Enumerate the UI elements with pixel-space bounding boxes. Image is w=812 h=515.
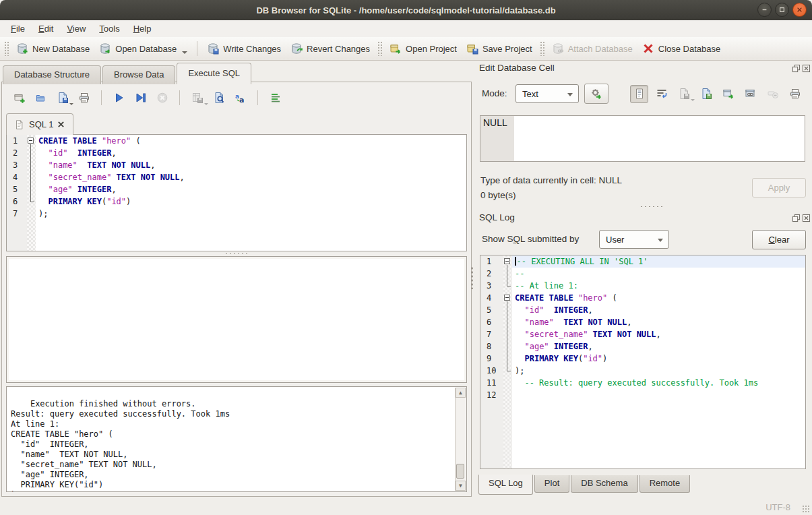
sql-tab-label: SQL 1 bbox=[29, 119, 53, 129]
toolbar-separator bbox=[197, 41, 197, 56]
open-sql-file-button[interactable] bbox=[32, 89, 50, 107]
close-tab-icon[interactable] bbox=[57, 121, 65, 128]
format-sql-button[interactable] bbox=[266, 89, 284, 107]
new-sql-tab-button[interactable] bbox=[10, 89, 28, 107]
panel-splitter-handle[interactable] bbox=[471, 266, 473, 289]
export-results-button[interactable] bbox=[188, 89, 206, 107]
code-text: "secret_name" TEXT NOT NULL, bbox=[512, 328, 805, 340]
text-mode-button[interactable] bbox=[630, 85, 648, 103]
auto-apply-button[interactable] bbox=[584, 84, 608, 104]
tab-sql-log[interactable]: SQL Log bbox=[478, 475, 533, 495]
dropdown-caret-icon[interactable] bbox=[69, 103, 73, 105]
attach-database-button[interactable]: Attach Database bbox=[547, 40, 637, 57]
printer-icon bbox=[789, 88, 801, 100]
code-text: ); bbox=[512, 365, 805, 377]
autocomplete-button[interactable]: aa bbox=[231, 89, 249, 107]
code-text: "id" INTEGER, bbox=[36, 147, 466, 159]
scroll-up-icon[interactable]: ▲ bbox=[456, 388, 466, 398]
save-sql-file-button[interactable] bbox=[53, 89, 71, 107]
show-sql-label: Show SQL submitted by bbox=[482, 234, 579, 244]
code-line: 4 "secret_name" TEXT NOT NULL, bbox=[7, 171, 466, 183]
save-project-button[interactable]: Save Project bbox=[462, 40, 537, 57]
maximize-button[interactable] bbox=[775, 3, 789, 17]
set-null-button[interactable] bbox=[763, 85, 782, 103]
fold-marker bbox=[503, 365, 512, 377]
line-number: 10 bbox=[480, 365, 503, 377]
tab-browse-data[interactable]: Browse Data bbox=[102, 65, 175, 84]
title-bar[interactable]: DB Browser for SQLite - /home/user/code/… bbox=[0, 0, 812, 20]
cell-type-text: Type of data currently in cell: NULL bbox=[480, 175, 622, 185]
toolbar-drag-handle[interactable] bbox=[540, 41, 544, 56]
new-database-button[interactable]: New Database bbox=[11, 40, 94, 57]
dock-splitter-handle[interactable] bbox=[639, 206, 664, 208]
resize-grip-icon[interactable] bbox=[802, 505, 810, 513]
fold-marker bbox=[503, 304, 512, 316]
gear-apply-icon bbox=[590, 88, 602, 100]
dropdown-caret-icon[interactable] bbox=[182, 51, 187, 54]
menu-help[interactable]: Help bbox=[127, 22, 158, 36]
text-caret bbox=[515, 257, 516, 266]
toolbar-drag-handle[interactable] bbox=[377, 41, 382, 56]
fold-marker bbox=[503, 328, 512, 340]
code-text: PRIMARY KEY("id") bbox=[512, 353, 805, 365]
export-cell-button[interactable] bbox=[719, 85, 737, 103]
sql-editor[interactable]: 1CREATE TABLE "hero" (2 "id" INTEGER,3 "… bbox=[6, 134, 467, 251]
splitter-handle[interactable] bbox=[224, 253, 249, 255]
stop-button[interactable] bbox=[153, 89, 171, 107]
edit-cell-title: Edit Database Cell bbox=[479, 63, 555, 73]
line-number: 8 bbox=[480, 340, 503, 353]
fold-marker[interactable] bbox=[27, 135, 36, 147]
cell-value-editor[interactable]: NULL bbox=[480, 115, 805, 162]
message-scrollbar[interactable]: ▲ ▼ bbox=[455, 388, 466, 491]
fold-marker bbox=[503, 316, 512, 328]
toolbar-drag-handle[interactable] bbox=[4, 41, 9, 56]
menu-edit[interactable]: Edit bbox=[32, 22, 60, 36]
fold-marker[interactable] bbox=[503, 292, 512, 304]
word-wrap-button[interactable] bbox=[652, 85, 670, 103]
dropdown-caret-icon[interactable] bbox=[691, 99, 695, 101]
line-number: 9 bbox=[480, 353, 503, 365]
log-filter-select[interactable]: User bbox=[599, 230, 669, 249]
dropdown-caret-icon[interactable] bbox=[204, 103, 208, 105]
save-cell-button[interactable] bbox=[675, 85, 693, 103]
open-project-button[interactable]: Open Project bbox=[385, 40, 462, 57]
close-button[interactable] bbox=[792, 3, 807, 17]
menu-view[interactable]: View bbox=[60, 22, 92, 36]
print-sql-button[interactable] bbox=[75, 89, 93, 107]
encoding-indicator[interactable]: UTF-8 bbox=[766, 502, 790, 512]
close-dock-icon[interactable] bbox=[802, 214, 811, 222]
open-database-button[interactable]: Open Database bbox=[94, 40, 192, 57]
open-in-app-button[interactable] bbox=[741, 85, 759, 103]
execution-message[interactable]: Execution finished without errors. Resul… bbox=[6, 386, 467, 492]
import-cell-button[interactable] bbox=[697, 85, 715, 103]
sql-log-view[interactable]: 1-- EXECUTING ALL IN 'SQL 1'2--3-- At li… bbox=[480, 255, 806, 469]
minimize-button[interactable] bbox=[757, 3, 772, 17]
execute-line-button[interactable] bbox=[131, 89, 150, 107]
results-grid[interactable] bbox=[6, 256, 467, 383]
sql-document-tab[interactable]: SQL 1 bbox=[6, 113, 73, 135]
code-text: "id" INTEGER, bbox=[512, 304, 805, 316]
revert-changes-button[interactable]: Revert Changes bbox=[286, 40, 375, 57]
close-database-button[interactable]: Close Database bbox=[637, 40, 726, 57]
tab-remote[interactable]: Remote bbox=[639, 475, 691, 493]
scroll-down-icon[interactable]: ▼ bbox=[456, 481, 466, 491]
fold-marker[interactable] bbox=[503, 255, 512, 268]
clear-log-button[interactable]: Clear bbox=[752, 230, 806, 249]
execute-all-button[interactable] bbox=[110, 89, 128, 107]
code-line: 3-- At line 1: bbox=[480, 280, 805, 292]
find-button[interactable] bbox=[210, 89, 228, 107]
float-dock-icon[interactable] bbox=[792, 214, 801, 222]
float-dock-icon[interactable] bbox=[792, 64, 801, 73]
tab-database-structure[interactable]: Database Structure bbox=[3, 65, 101, 84]
tab-db-schema[interactable]: DB Schema bbox=[571, 475, 637, 493]
close-dock-icon[interactable] bbox=[802, 64, 811, 73]
tab-plot[interactable]: Plot bbox=[534, 475, 569, 493]
mode-select[interactable]: Text bbox=[516, 84, 579, 103]
menu-tools[interactable]: Tools bbox=[92, 22, 126, 36]
print-cell-button[interactable] bbox=[786, 85, 804, 103]
scrollbar-thumb[interactable] bbox=[456, 464, 464, 478]
tab-execute-sql[interactable]: Execute SQL bbox=[177, 63, 251, 84]
menu-file[interactable]: File bbox=[4, 22, 32, 36]
apply-button[interactable]: Apply bbox=[752, 178, 806, 198]
write-changes-button[interactable]: Write Changes bbox=[202, 40, 286, 57]
